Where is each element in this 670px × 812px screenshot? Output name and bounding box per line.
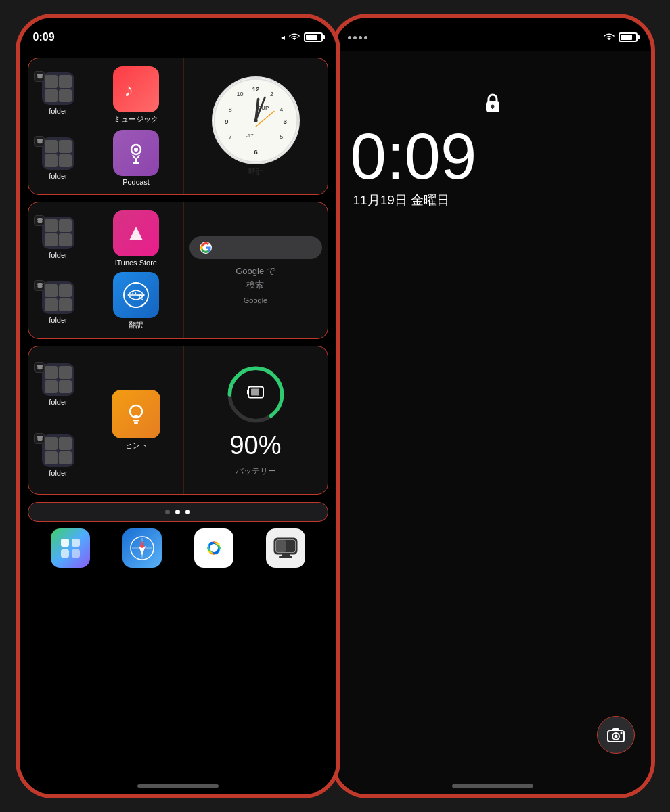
svg-text:5: 5 [280, 133, 283, 140]
folder-label-1: folder [49, 107, 68, 115]
apple-badge-5 [34, 362, 45, 373]
wifi-icon [289, 32, 300, 43]
podcast-app[interactable]: Podcast [110, 127, 162, 189]
battery-phone-icon [246, 383, 265, 407]
svg-rect-31 [134, 422, 138, 424]
svg-marker-23 [129, 227, 143, 240]
svg-rect-37 [61, 539, 69, 547]
notch [124, 18, 232, 41]
folder-label-5: folder [49, 398, 68, 406]
svg-rect-30 [133, 420, 139, 422]
translate-icon: A 文 [113, 272, 159, 318]
clock-face: 12 3 6 9 10 2 8 4 5 7 CUP [212, 76, 300, 164]
music-app[interactable]: ♪ ミュージック [110, 64, 162, 127]
apple-badge-4 [34, 280, 45, 291]
translate-app[interactable]: A 文 翻訳 [110, 269, 162, 333]
section-3: folder folder [28, 346, 328, 495]
folder-icon-6 [42, 434, 74, 467]
page-dot-3 [185, 510, 190, 514]
svg-point-2 [134, 148, 138, 152]
folder-icon-2 [42, 137, 74, 170]
section-2: folder folder [28, 202, 328, 339]
google-search-label: Google で検索 [236, 266, 275, 290]
mirror-app[interactable] [266, 528, 305, 568]
svg-text:8: 8 [228, 106, 231, 112]
folder-cell-2[interactable]: folder [31, 135, 86, 183]
photos-app[interactable] [194, 528, 233, 568]
svg-text:10: 10 [236, 91, 243, 97]
home-indicator-right [452, 784, 533, 788]
folder-label-2: folder [49, 172, 68, 180]
left-phone: 0:09 ◂ [16, 14, 340, 798]
google-search-bar[interactable] [189, 236, 322, 259]
battery-widget[interactable]: 90% バッテリー [184, 346, 328, 494]
svg-rect-57 [276, 540, 286, 552]
folder-cell-4[interactable]: folder [31, 279, 86, 327]
lock-time: 0:09 [334, 124, 477, 189]
svg-point-63 [614, 735, 617, 738]
dock-container [24, 499, 332, 573]
itunes-app[interactable]: iTunes Store [110, 208, 162, 269]
folder-cell-3[interactable]: folder [31, 214, 86, 262]
translate-label: 翻訳 [129, 320, 143, 330]
lock-bottom [334, 716, 651, 781]
apple-badge [34, 71, 45, 82]
svg-rect-35 [247, 390, 249, 395]
page-dot-2 [175, 510, 180, 514]
folder-cell-1[interactable]: folder [31, 70, 86, 118]
tips-icon [112, 390, 160, 438]
lock-screen: 0:09 11月19日 金曜日 [334, 51, 651, 794]
svg-point-65 [620, 732, 622, 734]
carrier-dots [348, 36, 367, 39]
svg-text:9: 9 [225, 117, 229, 125]
google-label: Google [244, 296, 267, 304]
lock-icon [484, 92, 501, 118]
wifi-icon-right [604, 32, 615, 43]
svg-rect-54 [282, 554, 290, 556]
svg-point-21 [254, 118, 257, 122]
svg-rect-36 [251, 389, 259, 396]
svg-rect-40 [72, 549, 80, 558]
svg-text:A: A [132, 288, 137, 295]
shortcuts-app[interactable] [51, 528, 90, 568]
status-time: 0:09 [33, 31, 55, 43]
podcast-label: Podcast [122, 178, 150, 186]
folder-icon-5 [42, 363, 74, 396]
camera-button[interactable] [597, 716, 635, 754]
folder-cell-6[interactable]: folder [31, 432, 86, 480]
folder-cell-5[interactable]: folder [31, 361, 86, 409]
svg-text:4: 4 [280, 106, 283, 112]
right-phone: 0:09 11月19日 金曜日 [330, 14, 655, 798]
tips-app[interactable]: ヒント [109, 387, 163, 453]
home-indicator [137, 784, 219, 788]
svg-rect-64 [612, 728, 619, 731]
folder-icon-3 [42, 217, 74, 249]
svg-text:6: 6 [254, 148, 258, 155]
page-dot-1 [165, 510, 170, 514]
folder-icon [42, 72, 74, 105]
apple-badge-3 [34, 215, 45, 226]
google-widget[interactable]: Google で検索 Google [184, 202, 328, 338]
folder-label-6: folder [49, 469, 68, 477]
svg-rect-38 [72, 539, 80, 547]
tips-label: ヒント [125, 441, 148, 451]
apple-badge-6 [34, 433, 45, 444]
battery-percent: 90% [229, 431, 281, 460]
music-icon: ♪ [113, 66, 159, 112]
home-screen: folder folder [20, 51, 336, 794]
status-icons: ◂ [281, 32, 323, 43]
clock-label: 時計 [248, 166, 263, 177]
folder-label-4: folder [49, 316, 68, 324]
notch-right [439, 18, 547, 41]
svg-point-52 [210, 544, 218, 552]
podcast-icon [113, 130, 159, 176]
battery-label: バッテリー [236, 466, 276, 477]
safari-app[interactable] [122, 528, 162, 568]
svg-text:文: 文 [137, 294, 143, 300]
apple-badge-2 [34, 136, 45, 147]
svg-rect-60 [492, 106, 493, 109]
clock-widget[interactable]: 12 3 6 9 10 2 8 4 5 7 CUP [184, 58, 328, 194]
svg-text:3: 3 [283, 117, 287, 125]
itunes-icon [113, 210, 159, 256]
section-1: folder folder [28, 58, 328, 195]
